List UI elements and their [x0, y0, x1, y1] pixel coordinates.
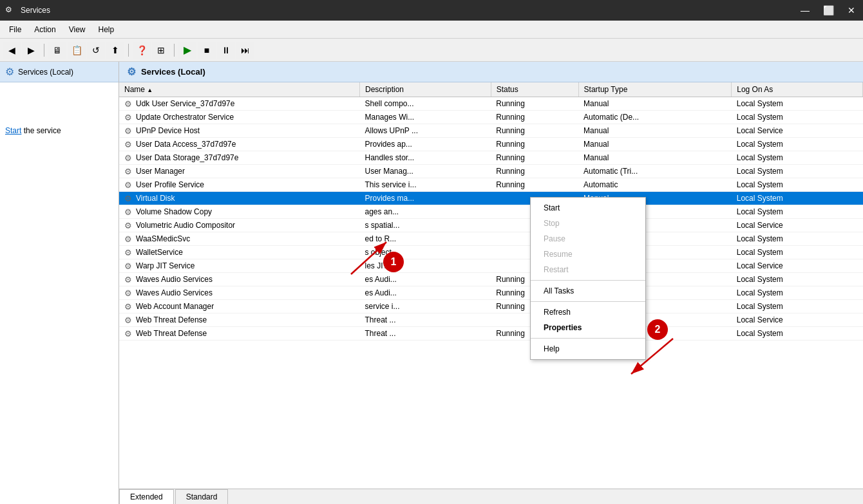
- annotation-circle-2: 2: [647, 319, 668, 340]
- service-gear-icon: ⚙: [124, 113, 133, 122]
- table-row[interactable]: ⚙User Profile ServiceThis service i...Ru…: [119, 178, 863, 192]
- toolbar-help-book[interactable]: ❓: [133, 42, 151, 59]
- table-row[interactable]: ⚙Volume Shadow Copyages an...ManualLocal…: [119, 205, 863, 219]
- table-row[interactable]: ⚙User ManagerUser Manag...RunningAutomat…: [119, 165, 863, 178]
- service-log-on-as: Local System: [732, 205, 863, 219]
- service-log-on-as: Local System: [732, 178, 863, 192]
- toolbar-console[interactable]: 🖥: [48, 42, 66, 59]
- table-row[interactable]: ⚙UPnP Device HostAllows UPnP ...RunningM…: [119, 124, 863, 138]
- context-menu-item-pause: Pause: [531, 231, 645, 247]
- toolbar-grid[interactable]: ⊞: [152, 42, 170, 59]
- col-name[interactable]: Name ▲: [119, 82, 360, 97]
- toolbar-refresh[interactable]: ↺: [87, 42, 105, 59]
- service-name: User Manager: [136, 167, 185, 176]
- table-row[interactable]: ⚙Web Threat DefenseThreat ...Manual (Tri…: [119, 313, 863, 327]
- service-status: Running: [491, 111, 578, 124]
- title-bar-left: ⚙ Services: [5, 5, 50, 15]
- table-row[interactable]: ⚙WaaSMedicSvced to R...ManualLocal Syste…: [119, 232, 863, 246]
- annotation-circle-1: 1: [383, 252, 404, 272]
- service-description: Threat ...: [360, 313, 491, 327]
- context-menu-item-help[interactable]: Help: [531, 341, 645, 357]
- toolbar-pause[interactable]: ⏸: [217, 42, 235, 59]
- col-startup-type[interactable]: Startup Type: [578, 82, 732, 97]
- service-startup-type: Manual: [578, 138, 732, 151]
- context-menu-item-refresh[interactable]: Refresh: [531, 304, 645, 320]
- service-status: Running: [491, 165, 578, 178]
- context-menu-item-start[interactable]: Start: [531, 200, 645, 216]
- context-menu-item-resume: Resume: [531, 247, 645, 262]
- sidebar-start-link[interactable]: Start: [5, 126, 21, 135]
- table-row[interactable]: ⚙User Data Access_37d7d97eProvides ap...…: [119, 138, 863, 151]
- service-log-on-as: Local System: [732, 138, 863, 151]
- service-name: Waves Audio Services: [136, 288, 213, 297]
- service-log-on-as: Local Service: [732, 219, 863, 232]
- minimize-button[interactable]: —: [799, 5, 811, 15]
- toolbar-back[interactable]: ◀: [3, 42, 21, 59]
- service-name: Udk User Service_37d7d97e: [136, 99, 234, 108]
- sidebar-description: the service: [21, 126, 61, 135]
- table-row[interactable]: ⚙Udk User Service_37d7d97eShell compo...…: [119, 97, 863, 111]
- services-table: Name ▲ Description Status Startup Type L…: [119, 82, 863, 341]
- service-log-on-as: Local System: [732, 273, 863, 286]
- tab-standard[interactable]: Standard: [175, 489, 229, 504]
- service-gear-icon: ⚙: [124, 275, 133, 284]
- table-row[interactable]: ⚙Web Account Managerservice i...RunningM…: [119, 300, 863, 313]
- service-name: UPnP Device Host: [136, 126, 200, 135]
- service-startup-type: Manual: [578, 124, 732, 138]
- tab-extended[interactable]: Extended: [119, 489, 174, 504]
- toolbar-export[interactable]: ⬆: [106, 42, 124, 59]
- menu-help[interactable]: Help: [92, 23, 121, 37]
- menu-file[interactable]: File: [3, 23, 28, 37]
- toolbar-list[interactable]: 📋: [68, 42, 86, 59]
- service-gear-icon: ⚙: [124, 194, 133, 203]
- table-row[interactable]: ⚙Waves Audio Serviceses Audi...RunningAu…: [119, 273, 863, 286]
- col-description[interactable]: Description: [360, 82, 491, 97]
- maximize-button[interactable]: ⬜: [822, 5, 835, 15]
- toolbar-stop[interactable]: ■: [198, 42, 216, 59]
- context-menu-item-stop: Stop: [531, 216, 645, 231]
- table-row[interactable]: ⚙WalletServices object...ManualLocal Sys…: [119, 246, 863, 259]
- service-log-on-as: Local System: [732, 151, 863, 165]
- service-log-on-as: Local System: [732, 165, 863, 178]
- service-description: Shell compo...: [360, 97, 491, 111]
- menu-action[interactable]: Action: [28, 23, 62, 37]
- service-gear-icon: ⚙: [124, 234, 133, 243]
- service-description: This service i...: [360, 178, 491, 192]
- toolbar-step[interactable]: ⏭: [236, 42, 254, 59]
- service-log-on-as: Local System: [732, 111, 863, 124]
- table-row[interactable]: ⚙User Data Storage_37d7d97eHandles stor.…: [119, 151, 863, 165]
- close-button[interactable]: ✕: [845, 5, 858, 15]
- table-row[interactable]: ⚙Update Orchestrator ServiceManages Wi..…: [119, 111, 863, 124]
- service-gear-icon: ⚙: [124, 180, 133, 189]
- sidebar: ⚙ Services (Local) Start the service: [0, 62, 119, 504]
- service-gear-icon: ⚙: [124, 329, 133, 338]
- service-name: Web Threat Defense: [136, 315, 207, 324]
- table-row[interactable]: ⚙Volumetric Audio Compositors spatial...…: [119, 219, 863, 232]
- sidebar-icon: ⚙: [5, 66, 14, 78]
- table-row[interactable]: ⚙Waves Audio Serviceses Audi...RunningAu…: [119, 286, 863, 300]
- service-startup-type: Manual: [578, 97, 732, 111]
- services-table-container[interactable]: Name ▲ Description Status Startup Type L…: [119, 82, 863, 489]
- table-row[interactable]: ⚙Web Threat DefenseThreat ...RunningAuto…: [119, 327, 863, 341]
- toolbar-play[interactable]: ▶: [178, 42, 196, 59]
- sidebar-title: Services (Local): [18, 68, 73, 77]
- service-gear-icon: ⚙: [124, 167, 133, 176]
- service-gear-icon: ⚙: [124, 248, 133, 257]
- service-description: service i...: [360, 300, 491, 313]
- main-container: ⚙ Services (Local) Start the service ⚙ S…: [0, 62, 863, 504]
- context-menu-item-properties[interactable]: Properties: [531, 320, 645, 335]
- service-gear-icon: ⚙: [124, 221, 133, 230]
- col-status[interactable]: Status: [491, 82, 578, 97]
- context-menu-item-all-tasks[interactable]: All Tasks: [531, 283, 645, 299]
- toolbar-forward[interactable]: ▶: [22, 42, 40, 59]
- table-row[interactable]: ⚙Warp JIT Serviceles JIT c...Manual (Tri…: [119, 259, 863, 273]
- right-panel: ⚙ Services (Local) Name ▲ Description St…: [119, 62, 863, 504]
- toolbar-sep2: [128, 44, 129, 57]
- service-name: User Data Access_37d7d97e: [136, 140, 236, 149]
- context-menu-separator: [531, 280, 645, 281]
- col-log-on-as[interactable]: Log On As: [732, 82, 863, 97]
- menu-view[interactable]: View: [62, 23, 92, 37]
- table-row[interactable]: ⚙Virtual DiskProvides ma...ManualLocal S…: [119, 192, 863, 205]
- menu-bar: File Action View Help: [0, 21, 863, 39]
- service-name: Virtual Disk: [136, 194, 175, 203]
